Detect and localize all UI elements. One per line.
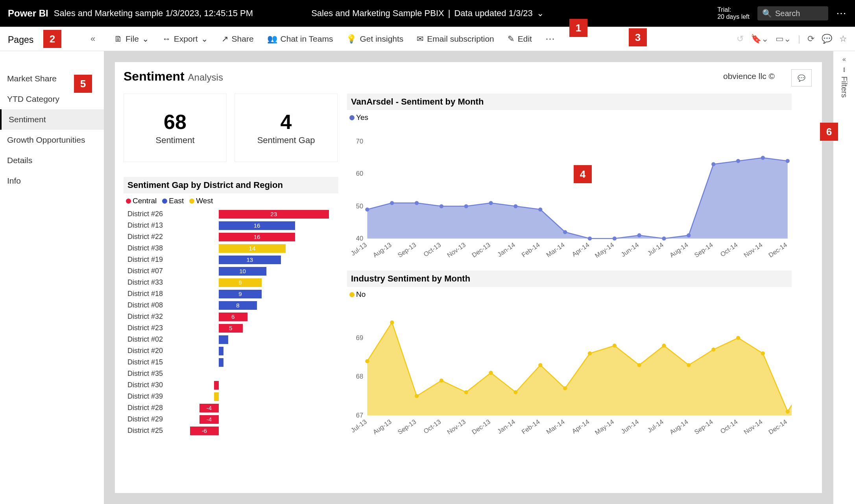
svg-text:Jul-14: Jul-14 — [646, 418, 665, 434]
bar-row[interactable]: District #39 — [124, 391, 338, 402]
mail-icon: ✉ — [417, 34, 424, 44]
svg-point-19 — [736, 159, 740, 163]
svg-point-45 — [415, 394, 419, 398]
more-icon[interactable]: ⋯ — [836, 7, 847, 20]
sidebar-page-sentiment[interactable]: Sentiment — [0, 109, 104, 130]
page-title: Sentiment Analysis — [124, 69, 813, 84]
area-chart-vanarsdel[interactable]: VanArsdel - Sentiment by Month Yes 40506… — [347, 94, 792, 263]
divider: | — [448, 8, 451, 18]
pages-sidebar: Market ShareYTD CategorySentimentGrowth … — [0, 51, 104, 504]
svg-point-9 — [489, 201, 493, 205]
bookmark-icon[interactable]: 🔖⌄ — [751, 34, 768, 44]
legend-item[interactable]: Central — [126, 197, 157, 205]
svg-point-15 — [637, 233, 641, 237]
svg-text:Nov-13: Nov-13 — [446, 241, 467, 259]
filters-pane[interactable]: « ⫿ Filters — [833, 51, 855, 504]
email-subscription-button[interactable]: ✉Email subscription — [417, 34, 494, 44]
legend-item[interactable]: East — [162, 197, 184, 205]
bar-row[interactable]: District #02 — [124, 334, 338, 345]
star-icon[interactable]: ☆ — [839, 34, 847, 44]
chat-teams-button[interactable]: 👥Chat in Teams — [267, 34, 333, 44]
svg-text:Mar-14: Mar-14 — [545, 418, 566, 436]
svg-text:Sep-14: Sep-14 — [693, 241, 714, 259]
bar-row[interactable]: District #28-4 — [124, 402, 338, 414]
bar-row[interactable]: District #20 — [124, 345, 338, 357]
chevron-down-icon[interactable]: ⌄ — [537, 8, 544, 18]
svg-point-4 — [365, 208, 369, 212]
bar-row[interactable]: District #235 — [124, 322, 338, 334]
bar-row[interactable]: District #3814 — [124, 243, 338, 254]
svg-point-13 — [588, 237, 592, 241]
file-icon: 🗎 — [114, 34, 122, 44]
bar-row[interactable]: District #29-4 — [124, 414, 338, 425]
svg-point-43 — [365, 359, 369, 363]
svg-text:Nov-14: Nov-14 — [742, 241, 764, 259]
svg-text:Jan-14: Jan-14 — [496, 418, 516, 435]
annotation-badge: 5 — [74, 75, 92, 93]
search-input[interactable]: 🔍 Search — [757, 6, 828, 20]
svg-point-53 — [613, 344, 617, 348]
svg-point-60 — [786, 410, 790, 414]
more-icon[interactable]: ⋯ — [545, 33, 555, 44]
kpi-card-sentiment[interactable]: 68Sentiment — [124, 94, 227, 162]
annotation-badge: 2 — [43, 30, 61, 48]
export-icon: ↔ — [163, 34, 171, 44]
bar-row[interactable]: District #2216 — [124, 231, 338, 243]
top-header: Power BI Sales and Marketing sample 1/3/… — [0, 0, 855, 27]
sidebar-page-details[interactable]: Details — [0, 150, 104, 171]
bar-row[interactable]: District #326 — [124, 311, 338, 322]
reset-icon[interactable]: ↺ — [737, 34, 744, 44]
file-menu[interactable]: 🗎File⌄ — [114, 34, 149, 44]
sidebar-page-info[interactable]: Info — [0, 171, 104, 191]
comment-button[interactable]: 💬 — [791, 69, 812, 86]
svg-text:Jul-13: Jul-13 — [349, 418, 368, 434]
edit-button[interactable]: ✎Edit — [508, 34, 532, 44]
svg-point-7 — [440, 204, 443, 208]
bar-row[interactable]: District #1913 — [124, 254, 338, 265]
svg-text:Dec-13: Dec-13 — [471, 241, 492, 259]
svg-text:40: 40 — [356, 235, 363, 242]
workspace-name[interactable]: Sales and Marketing Sample PBIX — [311, 8, 444, 18]
svg-text:Sep-14: Sep-14 — [693, 418, 714, 436]
svg-text:Feb-14: Feb-14 — [520, 241, 541, 259]
bar-chart-sentiment-gap[interactable]: Sentiment Gap by District and Region Cen… — [124, 177, 338, 439]
svg-point-8 — [464, 204, 468, 208]
bar-row[interactable]: District #35 — [124, 368, 338, 379]
view-icon[interactable]: ▭⌄ — [776, 34, 791, 44]
share-button[interactable]: ↗Share — [222, 34, 254, 44]
kpi-card-sentiment-gap[interactable]: 4Sentiment Gap — [235, 94, 338, 162]
collapse-icon[interactable]: « — [842, 56, 846, 63]
bar-row[interactable]: District #25-6 — [124, 425, 338, 436]
bar-row[interactable]: District #189 — [124, 288, 338, 300]
svg-point-11 — [538, 208, 542, 212]
bar-row[interactable]: District #088 — [124, 300, 338, 311]
bar-row[interactable]: District #15 — [124, 357, 338, 368]
svg-text:Sep-13: Sep-13 — [396, 418, 417, 436]
pages-heading: Pages — [8, 35, 33, 45]
bar-row[interactable]: District #0710 — [124, 265, 338, 277]
bar-row[interactable]: District #1316 — [124, 220, 338, 231]
annotation-badge: 4 — [574, 165, 592, 183]
svg-text:Aug-14: Aug-14 — [668, 418, 689, 436]
sidebar-page-growth-opportunities[interactable]: Growth Opportunities — [0, 130, 104, 150]
data-updated[interactable]: Data updated 1/3/23 — [454, 8, 532, 18]
bar-row[interactable]: District #2623 — [124, 208, 338, 220]
svg-text:Sep-13: Sep-13 — [396, 241, 417, 259]
svg-point-14 — [613, 237, 617, 241]
export-menu[interactable]: ↔Export⌄ — [163, 34, 208, 44]
refresh-icon[interactable]: ⟳ — [807, 34, 814, 44]
svg-point-58 — [736, 336, 740, 340]
svg-text:50: 50 — [356, 202, 363, 210]
pencil-icon: ✎ — [508, 34, 515, 44]
svg-text:Jul-14: Jul-14 — [646, 241, 665, 257]
bar-row[interactable]: District #30 — [124, 379, 338, 391]
get-insights-button[interactable]: 💡Get insights — [346, 34, 403, 44]
legend-item[interactable]: West — [189, 197, 213, 205]
svg-text:Jan-14: Jan-14 — [496, 241, 516, 258]
svg-text:Oct-13: Oct-13 — [422, 418, 442, 435]
annotation-badge: 1 — [569, 19, 587, 37]
collapse-pages-icon[interactable]: « — [90, 34, 95, 44]
area-chart-industry[interactable]: Industry Sentiment by Month No 676869Jul… — [347, 270, 792, 440]
bar-row[interactable]: District #339 — [124, 277, 338, 288]
comment-icon[interactable]: 💬 — [822, 34, 832, 44]
